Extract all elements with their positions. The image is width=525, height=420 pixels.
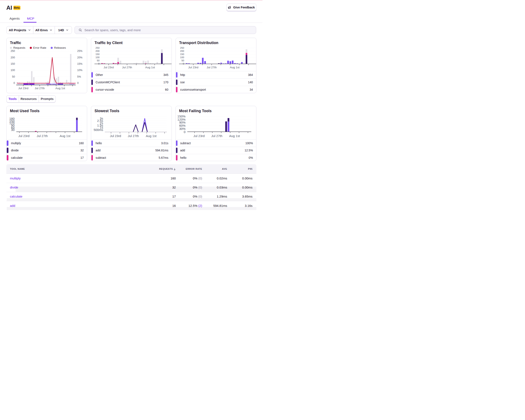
svg-text:30: 30 <box>11 128 15 132</box>
svg-text:200: 200 <box>95 50 99 52</box>
svg-text:Jul 23rd: Jul 23rd <box>188 66 198 69</box>
svg-text:0: 0 <box>13 82 15 84</box>
svg-text:150: 150 <box>180 53 184 55</box>
svg-text:250: 250 <box>10 50 15 53</box>
svg-text:50: 50 <box>97 59 100 62</box>
svg-text:Jul 27th: Jul 27th <box>122 66 132 69</box>
svg-text:Jul 27th: Jul 27th <box>35 87 45 90</box>
svg-text:100: 100 <box>95 56 99 59</box>
svg-text:Aug 1st: Aug 1st <box>230 66 240 69</box>
svg-text:15%: 15% <box>77 62 83 65</box>
svg-text:Aug 1st: Aug 1st <box>145 66 155 69</box>
svg-text:Jul 27th: Jul 27th <box>211 134 222 138</box>
svg-text:10%: 10% <box>77 69 83 72</box>
svg-text:100: 100 <box>180 56 184 59</box>
svg-text:Jul 27th: Jul 27th <box>206 66 216 69</box>
svg-text:50: 50 <box>12 75 15 78</box>
svg-text:Aug 1st: Aug 1st <box>56 87 65 90</box>
svg-text:Jul 23rd: Jul 23rd <box>18 87 28 90</box>
svg-text:Jul 27th: Jul 27th <box>37 134 48 138</box>
svg-text:500ms: 500ms <box>94 128 103 132</box>
svg-text:Aug 1st: Aug 1st <box>229 134 240 138</box>
svg-text:200: 200 <box>10 56 15 59</box>
svg-text:Jul 27th: Jul 27th <box>128 134 139 138</box>
svg-text:50: 50 <box>181 59 184 62</box>
svg-text:Aug 1st: Aug 1st <box>146 134 157 138</box>
svg-text:0: 0 <box>98 62 99 65</box>
svg-text:Jul 23rd: Jul 23rd <box>193 134 205 138</box>
svg-text:5%: 5% <box>77 75 81 78</box>
svg-text:150: 150 <box>95 53 99 55</box>
svg-text:250: 250 <box>180 46 184 49</box>
svg-text:100: 100 <box>10 69 15 72</box>
svg-text:Jul 23rd: Jul 23rd <box>18 134 29 138</box>
svg-text:20%: 20% <box>77 56 83 59</box>
svg-text:0: 0 <box>77 82 79 84</box>
svg-text:250: 250 <box>95 46 99 49</box>
svg-text:Jul 23rd: Jul 23rd <box>103 66 114 69</box>
svg-text:200: 200 <box>180 50 184 52</box>
svg-text:0: 0 <box>183 62 184 65</box>
svg-text:Jul 23rd: Jul 23rd <box>110 134 121 138</box>
svg-text:0: 0 <box>184 130 186 134</box>
svg-text:150: 150 <box>10 62 15 65</box>
svg-text:Aug 1st: Aug 1st <box>60 134 71 138</box>
svg-text:25%: 25% <box>77 50 83 53</box>
